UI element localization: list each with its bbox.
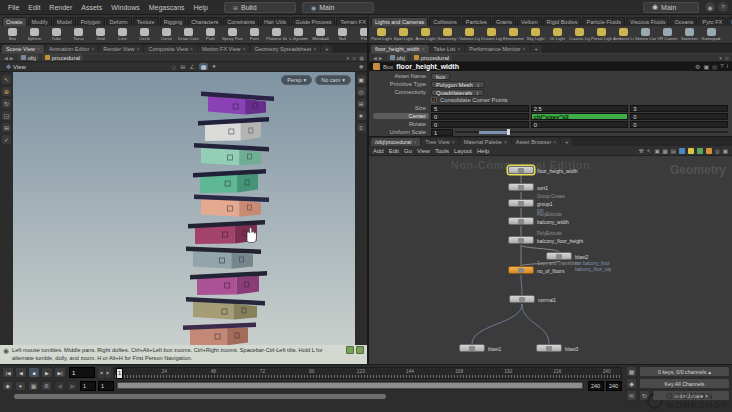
search-icon[interactable]: ◎ — [712, 63, 717, 70]
shelf-tab-create[interactable]: Create — [2, 17, 27, 26]
param-field[interactable]: 2.5 — [531, 105, 629, 112]
close-icon[interactable]: × — [37, 46, 40, 52]
network-tool-icon-2[interactable]: ▣ — [654, 148, 659, 154]
close-icon[interactable]: × — [413, 139, 416, 145]
shelf-tab-rigging[interactable]: Rigging — [160, 17, 187, 26]
node-no_of_floors[interactable]: no_of_floorsCopy and Transform — [508, 266, 534, 274]
shelf-tab-particles[interactable]: Particles — [462, 17, 491, 26]
palette-color-2[interactable] — [697, 148, 703, 154]
persp-button[interactable]: Persp ▾ — [281, 75, 312, 85]
network-tool-icon-3[interactable]: ▦ — [663, 148, 668, 154]
shelf-tab-terrain-fx[interactable]: Terrain FX — [336, 17, 367, 26]
forward-icon[interactable]: ▶ — [9, 55, 15, 61]
shelf-tool-platonic-solids[interactable]: Platonic Solids — [266, 27, 287, 42]
dropdown-icon[interactable]: ▾ — [347, 55, 350, 61]
layout-icon[interactable]: ▣ — [703, 63, 709, 70]
menu-assets[interactable]: Assets — [77, 3, 106, 12]
shelf-tool-grid[interactable]: Grid — [90, 27, 111, 42]
pane-tab-geometry-spreadsheet[interactable]: Geometry Spreadsheet× — [250, 45, 320, 53]
playbar-option-icon-3[interactable]: ⚙ — [41, 381, 52, 391]
param-field[interactable]: 0 — [531, 121, 629, 128]
shelf-tool-sphere[interactable]: Sphere — [24, 27, 45, 42]
snap-icon-3[interactable]: ▦ — [199, 63, 209, 70]
param-dropdown[interactable]: Quadrilaterals↕ — [431, 89, 484, 96]
horizontal-scrollbar[interactable] — [14, 394, 386, 399]
node-normal1[interactable]: normal1 — [509, 295, 535, 303]
close-icon[interactable]: × — [137, 46, 140, 52]
pin-icon[interactable]: ⊙ — [725, 55, 729, 61]
next-key-icon[interactable]: ▶ — [67, 381, 78, 391]
network-menu-edit[interactable]: Edit — [389, 148, 399, 154]
shelf-tool-box[interactable]: Box — [2, 27, 23, 42]
shelf-tab-constraints[interactable]: Constraints — [223, 17, 259, 26]
shelf-tool-spray-paint[interactable]: Spray Paint — [222, 27, 243, 42]
viewport-tool-icon-0[interactable]: ↖ — [2, 75, 11, 84]
close-icon[interactable]: × — [91, 46, 94, 52]
close-icon[interactable]: × — [457, 46, 460, 52]
network-menu-go[interactable]: Go — [404, 148, 412, 154]
shelf-tool-gamepad-camera[interactable]: Gamepad Camera — [701, 27, 722, 42]
node-group1[interactable]: group1Group Createtop — [508, 199, 534, 207]
menu-megascans[interactable]: Megascans — [145, 3, 189, 12]
close-icon[interactable]: × — [504, 139, 507, 145]
menu-file[interactable]: File — [4, 3, 23, 12]
nav-arrows[interactable]: ◀▶ — [3, 55, 15, 61]
network-menu-layout[interactable]: Layout — [454, 148, 472, 154]
shelf-tool-file[interactable]: File — [354, 27, 367, 42]
shelf-tab-deform[interactable]: Deform — [106, 17, 132, 26]
nav-arrows[interactable]: ◀▶ — [372, 55, 384, 61]
node-balcony_width[interactable]: balcony_widthPolyExtrude — [508, 217, 534, 225]
shelf-tool-metaball[interactable]: Metaball — [310, 27, 331, 42]
playbar-option-icon-2[interactable]: ▦ — [28, 381, 39, 391]
play-button[interactable]: ▶ — [41, 367, 53, 378]
shelf-tool-point-light[interactable]: Point Light — [371, 27, 392, 42]
keyframe-icon[interactable]: ◆ — [626, 378, 637, 389]
palette-color-1[interactable] — [688, 148, 694, 154]
auto-update-button[interactable]: Auto Update ▾ — [652, 390, 730, 401]
help-icon[interactable]: ? — [718, 2, 728, 12]
pane-tab-asset-browser[interactable]: Asset Browser× — [512, 138, 560, 146]
close-icon[interactable]: × — [553, 139, 556, 145]
shelf-tab-grains[interactable]: Grains — [492, 17, 516, 26]
play-start-field[interactable]: 1 — [98, 381, 114, 391]
network-menu-tools[interactable]: Tools — [435, 148, 449, 154]
viewport-tool-icon-4[interactable]: ⊞ — [2, 123, 11, 132]
pane-tab-animation-editor[interactable]: Animation Editor× — [45, 45, 98, 53]
shelf-tool-sky-light[interactable]: Sky Light — [525, 27, 546, 42]
playhead[interactable]: 1 — [116, 368, 123, 379]
key-all-channels-button[interactable]: Key All Channels — [639, 378, 730, 389]
close-icon[interactable]: × — [190, 46, 193, 52]
viewport[interactable]: ↖⊕↻◲⊞✓ Persp ▾ No cam ▾ ▣◎⊞★≡ — [0, 72, 367, 345]
layout-icon[interactable]: ❖ — [359, 63, 364, 70]
display-option-icon-0[interactable]: ▣ — [357, 75, 366, 84]
range-start-field[interactable]: 1 — [80, 381, 96, 391]
shelf-tool-line[interactable]: Line — [112, 27, 133, 42]
shelf-tool-path[interactable]: Path — [200, 27, 221, 42]
shelf-tool-curve[interactable]: Curve — [156, 27, 177, 42]
node-blast3[interactable]: blast3 — [536, 344, 562, 352]
play-back-button[interactable]: ◀ — [15, 367, 27, 378]
shelf-tab-collisions[interactable]: Collisions — [429, 17, 461, 26]
pane-tab-floor-height-width[interactable]: floor_height_width× — [371, 45, 429, 53]
shelf-tool-caustic-light[interactable]: Caustic Light — [569, 27, 590, 42]
node-balcony_floor_height[interactable]: balcony_floor_heightPolyExtrude — [508, 236, 534, 244]
stop-button[interactable]: ■ — [28, 367, 40, 378]
snap-icon-0[interactable]: ◇ — [172, 63, 177, 70]
shelf-tool-spot-light[interactable]: Spot Light — [393, 27, 414, 42]
snap-icon-4[interactable]: ● — [212, 63, 216, 70]
desktop-tab-build[interactable]: ⊞Build — [224, 2, 296, 13]
path-node-chip[interactable]: procedural — [411, 54, 452, 61]
node-blast1[interactable]: blast1 — [459, 344, 485, 352]
close-icon[interactable]: × — [313, 46, 316, 52]
step-back-icon[interactable]: ◀ — [98, 367, 104, 378]
radio-icon[interactable]: ◉ — [705, 2, 715, 12]
timeline-ruler[interactable]: 1 24487296120144168192216240 — [114, 367, 622, 379]
node-blast2[interactable]: blast2not balcony_floorbalcony_floor_top — [546, 252, 572, 260]
add-pane-tab[interactable]: + — [561, 138, 572, 146]
shelf-tool-gi-light[interactable]: GI Light — [547, 27, 568, 42]
shelf-tool-null[interactable]: Null — [332, 27, 353, 42]
shelf-tab-fem[interactable]: FEM — [727, 17, 732, 26]
snap-icon-2[interactable]: ∠ — [189, 63, 194, 70]
shelf-tool-volume-light[interactable]: Volume Light — [459, 27, 480, 42]
snap-icon-1[interactable]: ⊞ — [180, 63, 185, 70]
